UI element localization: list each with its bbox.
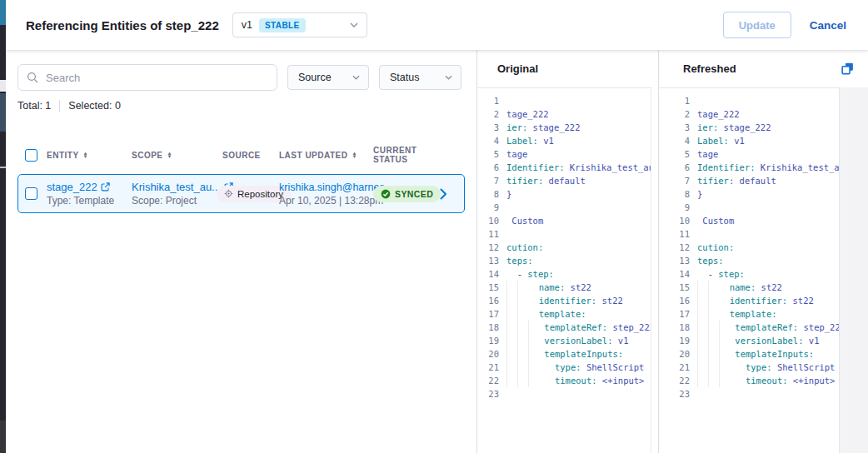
line-number: 16 bbox=[477, 294, 506, 307]
column-header-entity[interactable]: ENTITY ▲▼ bbox=[47, 151, 132, 160]
original-code-lines: 12tage_2223ier: stage_2224Label: v15tage… bbox=[477, 94, 651, 401]
code-text: versionLabel: v1 bbox=[506, 334, 651, 347]
last-updated-cell: krishika.singh@harnes... Apr 10, 2025 | … bbox=[279, 182, 373, 207]
source-filter-dropdown[interactable]: Source bbox=[287, 65, 369, 90]
scrollbar-track[interactable] bbox=[840, 87, 868, 453]
indent-guide bbox=[528, 374, 539, 387]
line-number: 15 bbox=[659, 281, 697, 294]
indent-guide bbox=[708, 307, 719, 321]
code-line: 16 identifier: st22 bbox=[477, 294, 651, 307]
line-number: 12 bbox=[477, 241, 506, 254]
entities-pane: Source Status Total: 1 Selected: 0 bbox=[6, 50, 477, 453]
code-text: teps: bbox=[506, 254, 651, 267]
indent-guide bbox=[528, 321, 539, 334]
indent-guide bbox=[719, 374, 730, 387]
indent-guide bbox=[517, 294, 528, 307]
search-input[interactable] bbox=[44, 71, 268, 85]
code-line: 10 Custom bbox=[659, 214, 839, 227]
line-number: 19 bbox=[659, 334, 697, 347]
entity-link[interactable]: stage_222 bbox=[47, 181, 97, 193]
line-number: 10 bbox=[477, 214, 506, 227]
indent-guide bbox=[506, 334, 517, 347]
code-line: 8} bbox=[477, 187, 651, 201]
indent-guide bbox=[697, 347, 708, 361]
code-text: Custom bbox=[697, 214, 839, 227]
indent-guide bbox=[506, 321, 517, 334]
select-all-checkbox[interactable] bbox=[25, 149, 37, 162]
background-app-patch bbox=[0, 93, 6, 132]
sort-icon[interactable]: ▲▼ bbox=[352, 152, 357, 159]
code-text: identifier: st22 bbox=[697, 294, 839, 307]
external-link-icon[interactable] bbox=[101, 182, 110, 192]
code-text bbox=[506, 201, 651, 214]
updated-at: Apr 10, 2025 | 13:28pm bbox=[279, 195, 373, 207]
code-text: teps: bbox=[697, 254, 839, 267]
code-text: template: bbox=[697, 307, 839, 321]
update-button[interactable]: Update bbox=[723, 12, 791, 38]
line-number: 9 bbox=[659, 201, 697, 214]
original-code-editor[interactable]: 12tage_2223ier: stage_2224Label: v15tage… bbox=[477, 87, 651, 453]
code-text: - step: bbox=[506, 267, 651, 281]
yaml-diff-pane: Original 12tage_2223ier: stage_2224Label… bbox=[477, 50, 868, 453]
total-count: Total: 1 bbox=[17, 100, 51, 112]
code-line: 18 templateRef: step_222 bbox=[477, 321, 651, 334]
line-number: 10 bbox=[659, 214, 697, 227]
indent-guide bbox=[517, 347, 528, 361]
code-line: 5tage bbox=[659, 147, 839, 161]
entity-table-row[interactable]: stage_222 Type: Template Krishika_test_a… bbox=[17, 174, 465, 213]
search-input-wrapper bbox=[17, 64, 277, 91]
background-app-patch bbox=[0, 421, 6, 453]
entity-type: Type: Template bbox=[47, 195, 132, 207]
line-number: 2 bbox=[659, 107, 697, 121]
status-cell: SYNCED bbox=[373, 186, 440, 202]
code-text: name: st22 bbox=[697, 281, 839, 294]
code-line: 4Label: v1 bbox=[659, 134, 839, 147]
indent-guide bbox=[528, 334, 539, 347]
code-text: Label: v1 bbox=[697, 134, 839, 147]
sort-icon[interactable]: ▲▼ bbox=[83, 152, 88, 159]
diff-panel-original: Original 12tage_2223ier: stage_2224Label… bbox=[477, 50, 659, 453]
line-number: 11 bbox=[659, 227, 697, 241]
code-text: identifier: st22 bbox=[506, 294, 651, 307]
selected-count: Selected: 0 bbox=[68, 100, 121, 112]
code-line: 6Identifier: Krishika_test_aut bbox=[477, 161, 651, 174]
indent-guide bbox=[517, 307, 528, 321]
code-text: templateInputs: bbox=[506, 347, 651, 361]
copy-icon[interactable] bbox=[839, 60, 856, 77]
version-select[interactable]: v1 STABLE bbox=[232, 12, 367, 37]
source-filter-label: Source bbox=[298, 72, 346, 83]
line-number: 11 bbox=[477, 227, 506, 241]
code-line: 2tage_222 bbox=[659, 107, 839, 121]
code-line: 20 templateInputs: bbox=[477, 347, 651, 361]
indent-guide bbox=[708, 361, 719, 374]
dialog-header: Referencing Entities of step_222 v1 STAB… bbox=[6, 0, 868, 50]
line-number: 2 bbox=[477, 107, 506, 121]
row-checkbox[interactable] bbox=[25, 187, 37, 200]
line-number: 23 bbox=[477, 387, 506, 401]
refreshed-code-editor[interactable]: 12tage_2223ier: stage_2224Label: v15tage… bbox=[659, 87, 840, 453]
diff-panel-refreshed: Refreshed 12tage_2223ier: stage_2224Labe… bbox=[659, 50, 868, 453]
sort-icon[interactable]: ▲▼ bbox=[167, 152, 172, 159]
source-badge-label: Repository bbox=[237, 189, 283, 199]
cancel-button[interactable]: Cancel bbox=[808, 16, 848, 35]
column-header-scope[interactable]: SCOPE ▲▼ bbox=[132, 151, 217, 160]
code-line: 17 template: bbox=[477, 307, 651, 321]
source-cell: Repository bbox=[217, 186, 279, 202]
code-line: 19 versionLabel: v1 bbox=[659, 334, 839, 347]
column-header-last-updated[interactable]: LAST UPDATED ▲▼ bbox=[279, 151, 373, 160]
background-app-divider bbox=[0, 167, 6, 168]
row-expand-chevron[interactable] bbox=[440, 188, 456, 200]
line-number: 5 bbox=[477, 147, 506, 161]
background-app-accent bbox=[0, 0, 6, 25]
table-header: ENTITY ▲▼ SCOPE ▲▼ SOURCE LAST UPDATED ▲… bbox=[17, 146, 465, 164]
code-line: 12cution: bbox=[659, 241, 839, 254]
code-line: 11 bbox=[659, 227, 839, 241]
indent-guide bbox=[697, 321, 708, 334]
status-filter-dropdown[interactable]: Status bbox=[379, 65, 461, 90]
scope-link[interactable]: Krishika_test_au... bbox=[132, 181, 221, 193]
code-line: 13teps: bbox=[477, 254, 651, 267]
code-text: Label: v1 bbox=[506, 134, 651, 147]
code-text bbox=[697, 387, 839, 401]
dialog-body: Source Status Total: 1 Selected: 0 bbox=[6, 50, 868, 453]
code-text: tage bbox=[697, 147, 839, 161]
